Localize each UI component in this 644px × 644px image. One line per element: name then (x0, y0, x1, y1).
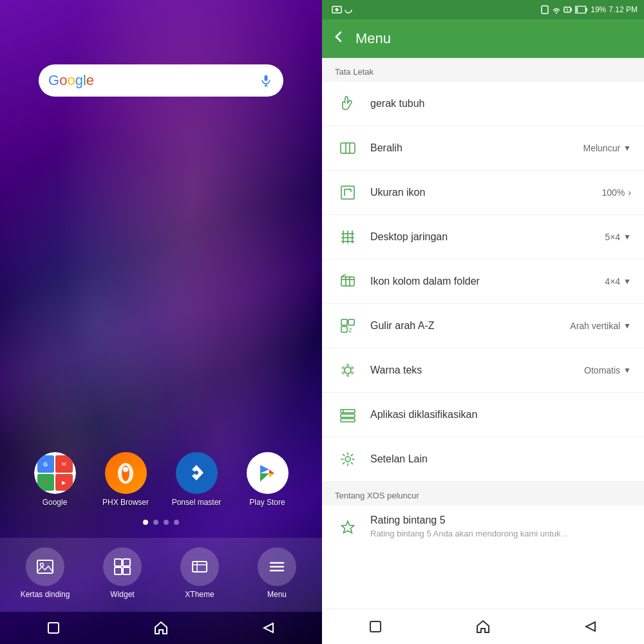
menu-content: Tata Letak gerak tubuh Beralih Meluncu (322, 58, 644, 609)
nav-square-right[interactable] (363, 614, 388, 639)
menu-item-ukuran[interactable]: Ukuran ikon 100% › (322, 171, 644, 215)
svg-marker-25 (155, 622, 167, 634)
svg-point-57 (346, 364, 350, 367)
menu-item-aplikasi[interactable]: Aplikasi diklasifikasikan (322, 393, 644, 437)
nav-bar-left (0, 612, 322, 644)
svg-marker-26 (264, 623, 273, 632)
dock-widget-label: Widget (110, 590, 134, 599)
ukuran-label: Ukuran ikon (361, 187, 602, 198)
svg-point-61 (342, 372, 345, 375)
beralih-icon (335, 135, 361, 161)
top-bar: Menu (322, 19, 644, 58)
nav-back-left[interactable] (256, 615, 281, 641)
menu-item-desktop[interactable]: Desktop jaringan 5×4 ▼ (322, 215, 644, 260)
svg-rect-54 (341, 327, 347, 332)
gerak-label: gerak tubuh (361, 98, 631, 109)
desktop-icon (335, 224, 361, 250)
rating-title: Rating bintang 5 (370, 515, 567, 526)
dock-wallpaper[interactable]: Kertas dinding (16, 547, 74, 599)
svg-rect-0 (265, 75, 268, 81)
gulir-value: Arah vertikal ▼ (570, 321, 631, 331)
beralih-value: Meluncur ▼ (583, 143, 631, 153)
menu-item-gulir[interactable]: Z Gulir arah A-Z Arah vertikal ▼ (322, 304, 644, 348)
dot-1[interactable] (143, 520, 148, 525)
svg-rect-53 (348, 319, 354, 325)
app-label-phx: PHX Browser (102, 498, 149, 507)
ukuran-value: 100% › (602, 187, 631, 198)
svg-rect-17 (123, 567, 130, 574)
app-label-playstore: Play Store (249, 498, 285, 507)
svg-marker-11 (269, 473, 274, 477)
dock-menu[interactable]: Menu (248, 547, 306, 599)
nav-home-left[interactable] (148, 615, 174, 641)
menu-item-beralih[interactable]: Beralih Meluncur ▼ (322, 126, 644, 171)
screenshot-icon (332, 5, 342, 14)
battery-charging-icon (564, 5, 573, 14)
dock-xtheme-icon (180, 547, 219, 586)
ukuran-icon (335, 180, 361, 205)
svg-rect-30 (542, 6, 548, 14)
dot-4[interactable] (174, 520, 179, 525)
menu-item-warna[interactable]: Warna teks Otomatis ▼ (322, 348, 644, 393)
svg-rect-35 (576, 7, 578, 12)
dot-3[interactable] (164, 520, 169, 525)
google-logo: Google (48, 72, 94, 89)
app-icon-phx[interactable]: PHX Browser (97, 452, 155, 507)
nav-square-left[interactable] (41, 615, 66, 641)
svg-rect-52 (341, 319, 347, 325)
svg-rect-40 (341, 186, 354, 199)
dot-2[interactable] (153, 520, 158, 525)
svg-rect-65 (341, 419, 355, 422)
svg-rect-15 (123, 559, 130, 566)
back-button[interactable] (332, 30, 346, 48)
battery-text: 19% (591, 5, 606, 14)
warna-value: Otomatis ▼ (584, 365, 631, 375)
google-search-bar[interactable]: Google (39, 64, 283, 97)
app-icon-google[interactable]: G M 📍 ▶ Google (26, 452, 84, 507)
svg-rect-16 (115, 567, 122, 574)
svg-rect-36 (586, 8, 587, 12)
dock-widget[interactable]: Widget (93, 547, 151, 599)
svg-marker-69 (342, 521, 354, 533)
ikon-kolom-value: 4×4 ▼ (605, 276, 631, 287)
svg-marker-71 (477, 621, 489, 632)
mic-icon[interactable] (258, 73, 274, 88)
dock-wallpaper-icon (26, 547, 64, 586)
nav-home-right[interactable] (470, 614, 496, 639)
dock-xtheme[interactable]: XTheme (171, 547, 229, 599)
app-label-ponsel: Ponsel master (172, 498, 222, 507)
menu-item-gerak[interactable]: gerak tubuh (322, 82, 644, 126)
dot-indicators (0, 520, 322, 525)
desktop-value: 5×4 ▼ (605, 232, 631, 242)
menu-item-setelan[interactable]: Setelan Lain (322, 437, 644, 482)
svg-point-58 (351, 366, 354, 370)
svg-rect-49 (341, 277, 354, 286)
section-about-label: Tentang XOS peluncur (322, 482, 644, 506)
desktop-label: Desktop jaringan (361, 231, 605, 243)
status-icons: 19% 7.12 PM (540, 5, 638, 14)
svg-marker-8 (260, 465, 269, 473)
svg-point-29 (345, 6, 352, 13)
svg-point-31 (556, 12, 557, 14)
menu-item-ikon-kolom[interactable]: Ikon kolom dalam folder 4×4 ▼ (322, 260, 644, 304)
time-text: 7.12 PM (609, 5, 638, 14)
rating-icon (335, 515, 361, 540)
rating-item[interactable]: Rating bintang 5 Rating bintang 5 Anda a… (322, 506, 644, 549)
gerak-icon (335, 91, 361, 117)
svg-point-62 (342, 366, 345, 370)
app-icon-ponsel[interactable]: Ponsel master (167, 452, 225, 507)
nav-bar-right (322, 609, 644, 644)
menu-title: Menu (355, 30, 391, 47)
aplikasi-icon (335, 402, 361, 428)
gulir-icon: Z (335, 313, 361, 339)
status-bar: 19% 7.12 PM (322, 0, 644, 19)
wifi-icon (552, 5, 561, 14)
gulir-label: Gulir arah A-Z (361, 320, 570, 332)
dock-menu-icon (258, 547, 296, 586)
warna-label: Warna teks (361, 365, 584, 376)
rating-subtitle: Rating bintang 5 Anda akan mendorong kam… (370, 529, 567, 538)
app-label-google: Google (43, 498, 68, 507)
app-icon-playstore[interactable]: Play Store (238, 452, 296, 507)
svg-rect-14 (115, 559, 122, 566)
nav-back-right[interactable] (578, 614, 603, 639)
